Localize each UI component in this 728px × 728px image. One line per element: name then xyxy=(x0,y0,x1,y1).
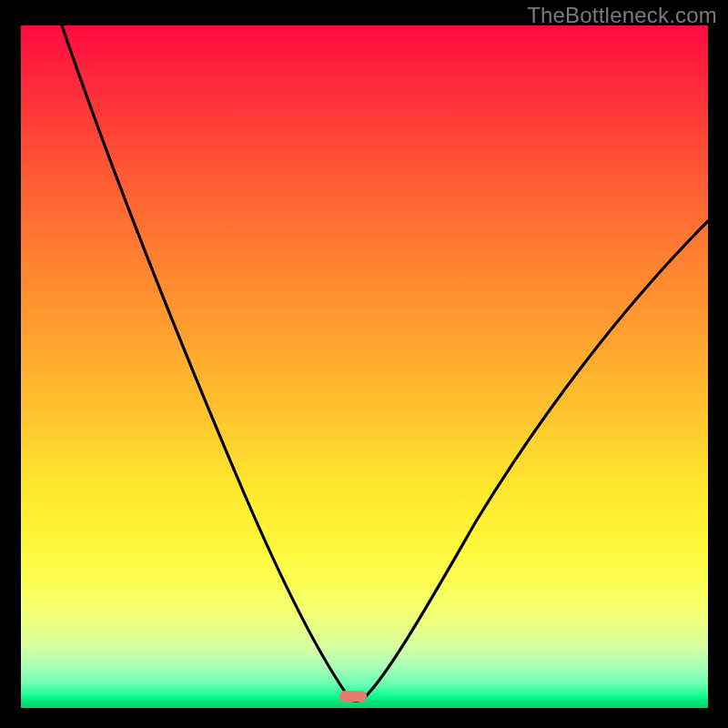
watermark-text: TheBottleneck.com xyxy=(527,3,717,28)
bottleneck-curve xyxy=(21,25,708,708)
optimal-marker xyxy=(339,691,367,702)
chart-frame: TheBottleneck.com xyxy=(0,0,728,728)
chart-plot-area xyxy=(21,25,708,708)
